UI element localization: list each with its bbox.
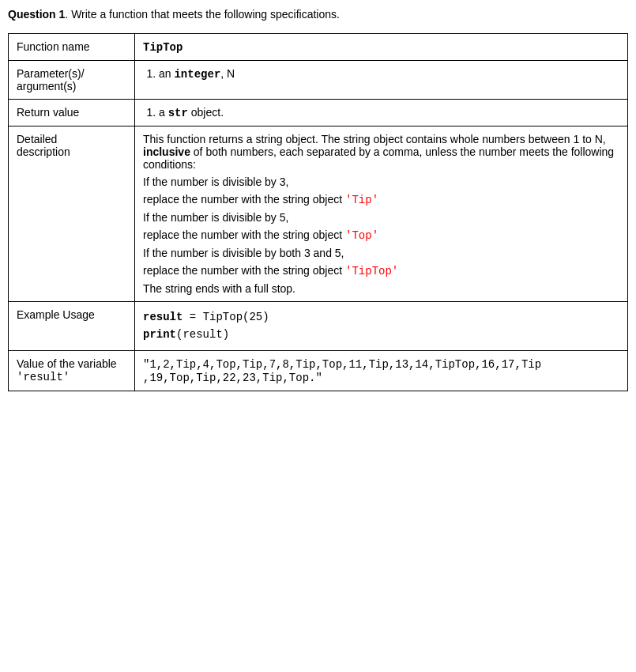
- description-ending: The string ends with a full stop.: [143, 282, 619, 295]
- question-text: . Write a function that meets the follow…: [65, 8, 340, 21]
- return-item: a str object.: [159, 106, 619, 119]
- condition-3-replace: replace the number with the string objec…: [143, 264, 619, 277]
- label-result: Value of the variable'result': [9, 350, 135, 391]
- label-parameters: Parameter(s)/argument(s): [9, 61, 135, 100]
- content-description: This function returns a string object. T…: [135, 126, 628, 302]
- param-item: an integer, N: [159, 67, 619, 81]
- label-function-name: Function name: [9, 34, 135, 61]
- label-return: Return value: [9, 100, 135, 126]
- condition-2-if: If the number is divisible by 5,: [143, 211, 619, 224]
- content-example: result = TipTop(25) print(result): [135, 302, 628, 351]
- table-row-result: Value of the variable'result' "1,2,Tip,4…: [9, 350, 628, 391]
- description-intro: This function returns a string object. T…: [143, 133, 619, 171]
- content-parameters: an integer, N: [135, 61, 628, 100]
- question-header: Question 1. Write a function that meets …: [8, 8, 628, 21]
- table-row-example: Example Usage result = TipTop(25) print(…: [9, 302, 628, 351]
- spec-table: Function name TipTop Parameter(s)/argume…: [8, 33, 628, 391]
- example-code: result = TipTop(25) print(result): [143, 308, 619, 344]
- table-row-parameters: Parameter(s)/argument(s) an integer, N: [9, 61, 628, 100]
- question-number: Question 1: [8, 8, 65, 21]
- table-row-description: Detaileddescription This function return…: [9, 126, 628, 302]
- condition-1-if: If the number is divisible by 3,: [143, 176, 619, 188]
- table-row-return: Return value a str object.: [9, 100, 628, 126]
- label-example: Example Usage: [9, 302, 135, 351]
- result-value: "1,2,Tip,4,Top,Tip,7,8,Tip,Top,11,Tip,13…: [143, 358, 541, 384]
- condition-2-replace: replace the number with the string objec…: [143, 228, 619, 242]
- table-row-function-name: Function name TipTop: [9, 34, 628, 61]
- example-line1: result = TipTop(25): [143, 308, 619, 326]
- label-description: Detaileddescription: [9, 126, 135, 302]
- content-return: a str object.: [135, 100, 628, 126]
- condition-3-if: If the number is divisible by both 3 and…: [143, 247, 619, 259]
- content-result: "1,2,Tip,4,Top,Tip,7,8,Tip,Top,11,Tip,13…: [135, 350, 628, 391]
- function-name-value: TipTop: [143, 41, 183, 54]
- content-function-name: TipTop: [135, 34, 628, 61]
- condition-1-replace: replace the number with the string objec…: [143, 193, 619, 206]
- example-line2: print(result): [143, 326, 619, 343]
